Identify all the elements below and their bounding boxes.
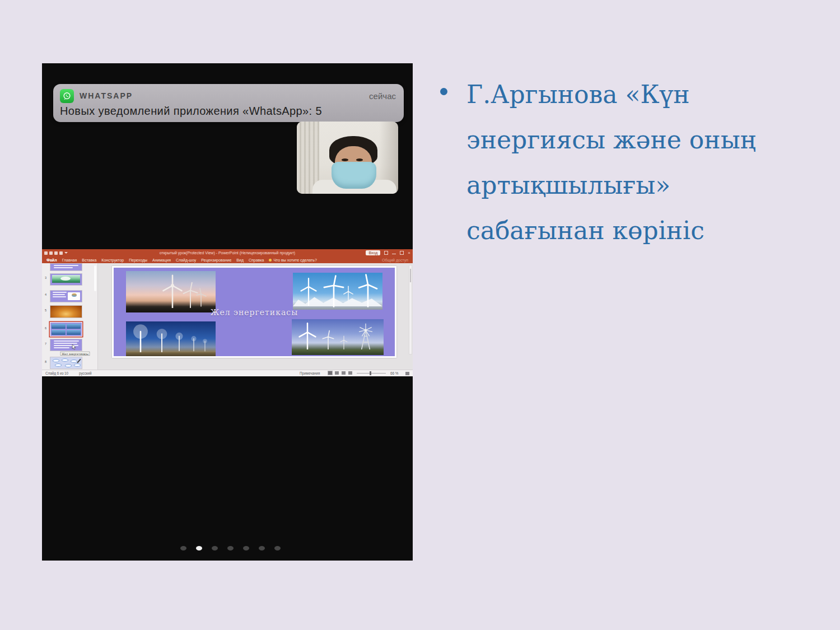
eye: [342, 158, 348, 161]
slide-thumbnail[interactable]: [50, 291, 82, 302]
signin-button[interactable]: Вход: [366, 250, 380, 255]
close-icon[interactable]: ×: [408, 251, 410, 255]
thumbnail-scrollbar[interactable]: [94, 265, 96, 291]
language-indicator[interactable]: русский: [79, 371, 92, 375]
slide-number: 6: [45, 326, 49, 330]
tellme-box[interactable]: Что вы хотите сделать?: [269, 258, 316, 262]
old-windmill-icon: [354, 323, 377, 353]
notification-app-name: WHATSAPP: [80, 91, 133, 100]
caption-line: сабағынан көрініс: [466, 208, 802, 253]
page-indicator: [180, 546, 281, 550]
tab-insert[interactable]: Вставка: [82, 258, 96, 262]
powerpoint-statusbar: Слайд 6 из 10 русский Примечания 66 %: [42, 370, 413, 376]
slide-canvas: Жел энергетикасы: [112, 266, 396, 358]
notification-message: Новых уведомлений приложения «WhatsApp»:…: [60, 105, 396, 118]
spinning-turbines-photo: [126, 321, 216, 356]
whatsapp-icon: [60, 89, 74, 103]
bullet-point: [440, 88, 447, 95]
tab-slideshow[interactable]: Слайд-шоу: [176, 258, 196, 262]
tab-review[interactable]: Рецензирование: [201, 258, 231, 262]
carousel-dot[interactable]: [180, 546, 186, 550]
slide-thumbnail[interactable]: [50, 264, 82, 270]
caption-line: артықшылығы»: [466, 162, 802, 208]
sorter-view-icon[interactable]: [335, 371, 339, 375]
normal-view-icon[interactable]: [328, 371, 332, 375]
tab-animations[interactable]: Анимация: [152, 258, 171, 262]
ribbon-tabs: Файл Главная Вставка Конструктор Переход…: [42, 256, 413, 263]
slide-thumbnail[interactable]: [50, 339, 82, 351]
sunset-image: [50, 306, 82, 318]
chevron-down-icon[interactable]: [64, 252, 68, 254]
carousel-dot[interactable]: [243, 546, 249, 550]
tab-home[interactable]: Главная: [62, 258, 77, 262]
thumbnail-photo-grid: [51, 323, 81, 335]
medical-mask: [332, 162, 376, 189]
pencil-icon: [77, 358, 81, 363]
current-slide[interactable]: Жел энергетикасы: [114, 268, 395, 356]
tab-view[interactable]: Вид: [236, 258, 244, 262]
undo-icon[interactable]: [49, 251, 53, 255]
slide-thumbnail[interactable]: [50, 274, 82, 285]
wind-farm-mountains-photo: [293, 273, 382, 310]
tab-design[interactable]: Конструктор: [101, 258, 124, 262]
slide-number: 4: [45, 293, 49, 296]
carousel-dot[interactable]: [274, 546, 281, 550]
eye: [356, 158, 363, 161]
fit-to-window-icon[interactable]: [405, 372, 409, 375]
powerpoint-window: открытый урок(Protected View) - PowerPoi…: [42, 249, 413, 376]
powerpoint-titlebar: открытый урок(Protected View) - PowerPoi…: [42, 249, 413, 256]
carousel-dot[interactable]: [227, 546, 234, 550]
minimize-icon[interactable]: [392, 254, 396, 254]
slide-number: 5: [45, 309, 49, 312]
thumbnail-image-blob: [72, 293, 77, 297]
slide-number: 3: [45, 276, 49, 279]
zoom-level[interactable]: 66 %: [390, 371, 398, 375]
share-button[interactable]: Общий доступ: [382, 258, 408, 262]
reading-view-icon[interactable]: [342, 371, 346, 375]
quick-access-toolbar[interactable]: [44, 251, 68, 255]
tellme-label: Что вы хотите сделать?: [273, 258, 316, 262]
landscape-image: [52, 275, 80, 283]
carousel-dot[interactable]: [212, 546, 218, 550]
notes-button[interactable]: Примечания: [300, 371, 320, 375]
window-title: открытый урок(Protected View) - PowerPoi…: [160, 251, 295, 255]
slide-thumbnail[interactable]: [50, 357, 82, 368]
notification-time: сейчас: [369, 91, 396, 101]
webcam-video: [297, 122, 398, 194]
save-icon[interactable]: [44, 251, 48, 255]
slideshow-view-icon[interactable]: [348, 371, 352, 375]
slide-thumbnail-panel[interactable]: 3 4 5 6 7: [42, 263, 98, 370]
powerpoint-content: 3 4 5 6 7: [42, 263, 413, 370]
slide-title: Жел энергетикасы: [114, 308, 395, 317]
turbines-old-windmill-photo: [292, 319, 384, 355]
slide-number: 7: [45, 342, 49, 346]
slide-number: 8: [45, 360, 49, 363]
tab-transitions[interactable]: Переходы: [129, 258, 147, 262]
wind-turbines-sunset-photo: [126, 271, 216, 312]
whatsapp-notification[interactable]: WHATSAPP сейчас Новых уведомлений прилож…: [53, 84, 404, 122]
slide-counter: Слайд 6 из 10: [45, 371, 68, 375]
lightbulb-icon: [269, 259, 272, 262]
redo-icon[interactable]: [54, 251, 58, 255]
caption-line: Г.Аргынова «Күн: [466, 72, 802, 117]
slide-scrollbar[interactable]: [409, 265, 412, 354]
maximize-icon[interactable]: [400, 251, 404, 255]
slideshow-icon[interactable]: [59, 251, 63, 255]
thumbnail-tooltip: Жел энергетикасы: [60, 352, 90, 356]
zoom-slider-handle[interactable]: [370, 371, 371, 375]
mouse-cursor-icon: [72, 344, 76, 350]
ribbon-options-icon[interactable]: [384, 251, 388, 255]
view-buttons[interactable]: [326, 371, 352, 375]
slide-thumbnail[interactable]: [50, 306, 82, 318]
zoom-slider[interactable]: [357, 373, 386, 374]
caption-line: энергиясы және оның: [466, 117, 802, 162]
tab-help[interactable]: Справка: [249, 258, 264, 262]
phone-screenshot: WHATSAPP сейчас Новых уведомлений прилож…: [42, 63, 413, 561]
caption-text: Г.Аргынова «Күн энергиясы және оның арты…: [466, 72, 802, 253]
carousel-dot[interactable]: [259, 546, 265, 550]
carousel-dot-active[interactable]: [196, 546, 202, 550]
slide-thumbnail-selected[interactable]: [50, 323, 82, 336]
tab-file[interactable]: Файл: [46, 258, 57, 262]
